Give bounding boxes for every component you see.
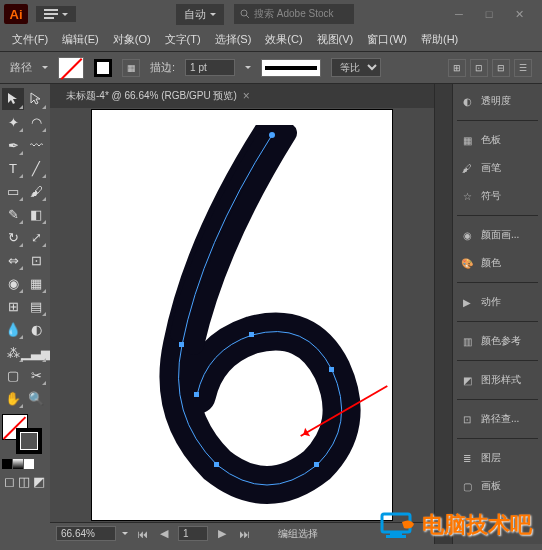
scale-dropdown[interactable]: 等比 bbox=[331, 58, 381, 77]
stroke-color-icon[interactable] bbox=[16, 428, 42, 454]
panel-label: 透明度 bbox=[481, 94, 511, 108]
shaper-tool[interactable]: ✎ bbox=[2, 203, 24, 225]
scale-tool[interactable]: ⤢ bbox=[25, 226, 47, 248]
path-dropdown[interactable] bbox=[42, 66, 48, 72]
stroke-profile-preview[interactable] bbox=[261, 59, 321, 77]
close-button[interactable]: ✕ bbox=[508, 7, 530, 21]
none-icon[interactable] bbox=[24, 459, 34, 469]
menu-window[interactable]: 窗口(W) bbox=[361, 30, 413, 49]
pen-tool[interactable]: ✒ bbox=[2, 134, 24, 156]
fill-swatch[interactable] bbox=[58, 57, 84, 79]
width-tool[interactable]: ⇔ bbox=[2, 249, 24, 271]
shape-builder-tool[interactable]: ◉ bbox=[2, 272, 24, 294]
symbols-icon: ☆ bbox=[459, 188, 475, 204]
gradient-tool[interactable]: ▤ bbox=[25, 295, 47, 317]
mesh-tool[interactable]: ⊞ bbox=[2, 295, 24, 317]
panel-actions[interactable]: ▶动作 bbox=[457, 291, 538, 313]
menu-help[interactable]: 帮助(H) bbox=[415, 30, 464, 49]
workspace-dropdown[interactable] bbox=[36, 6, 76, 22]
stroke-swatch[interactable] bbox=[94, 59, 112, 77]
stroke-weight-input[interactable] bbox=[185, 59, 235, 76]
line-tool[interactable]: ╱ bbox=[25, 157, 47, 179]
hand-tool[interactable]: ✋ bbox=[2, 387, 24, 409]
panel-label: 颜色 bbox=[481, 256, 501, 270]
search-stock[interactable]: 搜索 Adobe Stock bbox=[234, 4, 354, 24]
maximize-button[interactable]: □ bbox=[478, 7, 500, 21]
color-icon: 🎨 bbox=[459, 255, 475, 271]
fill-stroke-control[interactable] bbox=[2, 414, 46, 454]
transform-icon[interactable]: ⊡ bbox=[470, 59, 488, 77]
panel-graphic-styles[interactable]: ◩图形样式 bbox=[457, 369, 538, 391]
panel-layers[interactable]: ≣图层 bbox=[457, 447, 538, 469]
panel-artboards[interactable]: ▢画板 bbox=[457, 475, 538, 497]
options-menu-icon[interactable]: ☰ bbox=[514, 59, 532, 77]
path-label: 路径 bbox=[10, 60, 32, 75]
artboard-number-input[interactable] bbox=[178, 526, 208, 541]
last-artboard-icon[interactable]: ⏭ bbox=[236, 526, 252, 542]
free-transform-tool[interactable]: ⊡ bbox=[25, 249, 47, 271]
menu-edit[interactable]: 编辑(E) bbox=[56, 30, 105, 49]
zoom-input[interactable] bbox=[56, 526, 116, 541]
menu-effect[interactable]: 效果(C) bbox=[259, 30, 308, 49]
eyedropper-tool[interactable]: 💧 bbox=[2, 318, 24, 340]
color-black-icon[interactable] bbox=[2, 459, 12, 469]
tab-close-icon[interactable]: × bbox=[243, 89, 250, 103]
panel-swatches[interactable]: ▦色板 bbox=[457, 129, 538, 151]
svg-rect-13 bbox=[390, 532, 402, 535]
panel-transparency[interactable]: ◐透明度 bbox=[457, 90, 538, 112]
isolate-icon[interactable]: ⊟ bbox=[492, 59, 510, 77]
artboard-tool[interactable]: ▢ bbox=[2, 364, 24, 386]
menu-select[interactable]: 选择(S) bbox=[209, 30, 258, 49]
eraser-tool[interactable]: ◧ bbox=[25, 203, 47, 225]
selection-tool[interactable] bbox=[2, 88, 24, 110]
canvas-viewport[interactable] bbox=[50, 108, 434, 522]
menu-object[interactable]: 对象(O) bbox=[107, 30, 157, 49]
arrange-dropdown[interactable]: 自动 bbox=[176, 4, 224, 25]
prev-artboard-icon[interactable]: ◀ bbox=[156, 526, 172, 542]
next-artboard-icon[interactable]: ▶ bbox=[214, 526, 230, 542]
panel-pathfinder[interactable]: ⊡路径查... bbox=[457, 408, 538, 430]
draw-inside-icon[interactable]: ◩ bbox=[32, 474, 46, 488]
panel-symbols[interactable]: ☆符号 bbox=[457, 185, 538, 207]
gradient-icon[interactable] bbox=[13, 459, 23, 469]
draw-normal-icon[interactable]: ◻ bbox=[2, 474, 16, 488]
lasso-tool[interactable]: ◠ bbox=[25, 111, 47, 133]
slice-tool[interactable]: ✂ bbox=[25, 364, 47, 386]
minimize-button[interactable]: ─ bbox=[448, 7, 470, 21]
align-icon[interactable]: ⊞ bbox=[448, 59, 466, 77]
direct-selection-tool[interactable] bbox=[25, 88, 47, 110]
type-tool[interactable]: T bbox=[2, 157, 24, 179]
menu-type[interactable]: 文字(T) bbox=[159, 30, 207, 49]
stroke-unit-dropdown[interactable] bbox=[245, 66, 251, 72]
paintbrush-tool[interactable]: 🖌 bbox=[25, 180, 47, 202]
curvature-tool[interactable]: 〰 bbox=[25, 134, 47, 156]
rotate-tool[interactable]: ↻ bbox=[2, 226, 24, 248]
panel-label: 图形样式 bbox=[481, 373, 521, 387]
app-logo: Ai bbox=[4, 4, 28, 24]
blend-tool[interactable]: ◐ bbox=[25, 318, 47, 340]
artwork-number-6[interactable] bbox=[122, 125, 362, 505]
panel-label: 颜色参考 bbox=[481, 334, 521, 348]
graph-tool[interactable]: ▁▃▅ bbox=[25, 341, 47, 363]
svg-rect-0 bbox=[44, 9, 58, 11]
panel-color[interactable]: 🎨颜色 bbox=[457, 252, 538, 274]
rectangle-tool[interactable]: ▭ bbox=[2, 180, 24, 202]
stroke-options-icon[interactable]: ▦ bbox=[122, 59, 140, 77]
svg-rect-1 bbox=[44, 13, 58, 15]
svg-rect-9 bbox=[329, 367, 334, 372]
svg-rect-2 bbox=[44, 17, 54, 19]
menu-view[interactable]: 视图(V) bbox=[311, 30, 360, 49]
magic-wand-tool[interactable]: ✦ bbox=[2, 111, 24, 133]
draw-behind-icon[interactable]: ◫ bbox=[17, 474, 31, 488]
zoom-tool[interactable]: 🔍 bbox=[25, 387, 47, 409]
zoom-dropdown[interactable] bbox=[122, 532, 128, 538]
document-tab[interactable]: 未标题-4* @ 66.64% (RGB/GPU 预览) × bbox=[58, 85, 258, 107]
menu-file[interactable]: 文件(F) bbox=[6, 30, 54, 49]
first-artboard-icon[interactable]: ⏮ bbox=[134, 526, 150, 542]
panel-appearance[interactable]: ◉颜面画... bbox=[457, 224, 538, 246]
panel-colorguide[interactable]: ▥颜色参考 bbox=[457, 330, 538, 352]
panel-collapse-strip[interactable] bbox=[434, 84, 452, 544]
perspective-tool[interactable]: ▦ bbox=[25, 272, 47, 294]
panel-brushes[interactable]: 🖌画笔 bbox=[457, 157, 538, 179]
artboard[interactable] bbox=[92, 110, 392, 520]
